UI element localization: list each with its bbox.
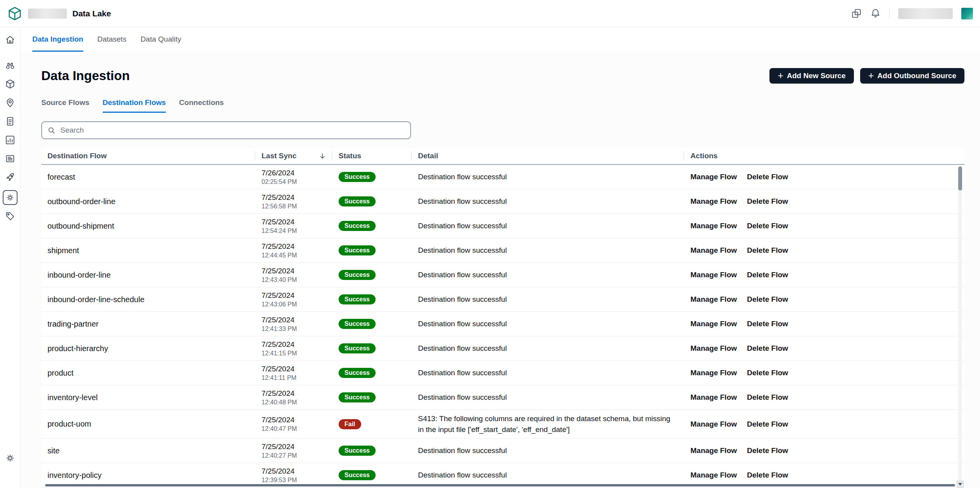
search-input[interactable] [60, 126, 405, 135]
detail-text: Destination flow successful [412, 466, 684, 484]
document-icon[interactable] [4, 115, 16, 127]
bell-icon[interactable] [870, 8, 881, 19]
add-outbound-source-button[interactable]: + Add Outbound Source [860, 68, 964, 84]
sync-time: 12:56:58 PM [262, 203, 326, 210]
detail-text: Destination flow successful [412, 266, 684, 284]
vertical-scrollbar-thumb[interactable] [958, 166, 962, 191]
delete-flow-link[interactable]: Delete Flow [747, 271, 788, 279]
status-badge: Success [339, 470, 376, 480]
manage-flow-link[interactable]: Manage Flow [690, 344, 737, 353]
delete-flow-link[interactable]: Delete Flow [747, 446, 788, 455]
delete-flow-link[interactable]: Delete Flow [747, 246, 788, 255]
map-pin-icon[interactable] [4, 97, 16, 108]
manage-flow-link[interactable]: Manage Flow [690, 246, 737, 255]
tag-icon[interactable] [4, 210, 16, 222]
news-icon[interactable] [4, 153, 16, 164]
manage-flow-link[interactable]: Manage Flow [690, 197, 737, 206]
tab-source-flows[interactable]: Source Flows [41, 98, 90, 113]
manage-flow-link[interactable]: Manage Flow [690, 369, 737, 377]
delete-flow-link[interactable]: Delete Flow [747, 320, 788, 328]
sync-date: 7/25/2024 [262, 416, 326, 424]
table-row: inventory-level 7/25/2024 12:40:48 PM Su… [41, 385, 964, 410]
table-row: shipment 7/25/2024 12:44:45 PM Success D… [41, 238, 964, 263]
status-badge: Fail [339, 419, 361, 429]
header-buttons: + Add New Source + Add Outbound Source [769, 68, 964, 84]
add-new-source-button[interactable]: + Add New Source [769, 68, 854, 84]
user-avatar[interactable] [961, 8, 973, 19]
manage-flow-link[interactable]: Manage Flow [690, 271, 737, 279]
chart-icon[interactable] [4, 134, 16, 146]
status-badge: Success [339, 245, 376, 255]
delete-flow-link[interactable]: Delete Flow [747, 295, 788, 304]
flow-name: inventory-level [47, 393, 98, 402]
table-row: inbound-order-line-schedule 7/25/2024 12… [41, 287, 964, 312]
top-tab-bar: Data Ingestion Datasets Data Quality [21, 28, 980, 52]
home-icon[interactable] [4, 34, 16, 45]
col-detail: Detail [412, 148, 684, 164]
sync-time: 12:40:48 PM [262, 399, 326, 406]
rocket-icon[interactable] [4, 171, 16, 183]
detail-text: Destination flow successful [412, 339, 684, 357]
binoculars-icon[interactable] [4, 59, 16, 71]
delete-flow-link[interactable]: Delete Flow [747, 369, 788, 377]
settings-gear-icon[interactable] [4, 452, 16, 464]
scroll-down-button[interactable] [957, 481, 964, 488]
status-badge: Success [339, 392, 376, 402]
manage-flow-link[interactable]: Manage Flow [690, 393, 737, 402]
sync-date: 7/25/2024 [262, 291, 326, 300]
sync-time: 12:44:45 PM [262, 252, 326, 259]
table-row: product 7/25/2024 12:41:11 PM Success De… [41, 361, 964, 385]
manage-flow-link[interactable]: Manage Flow [690, 320, 737, 328]
manage-flow-link[interactable]: Manage Flow [690, 420, 737, 429]
status-badge: Success [339, 319, 376, 329]
tab-connections[interactable]: Connections [179, 98, 224, 113]
status-badge: Success [339, 196, 376, 206]
manage-flow-link[interactable]: Manage Flow [690, 471, 737, 479]
flow-tabs: Source Flows Destination Flows Connectio… [41, 98, 964, 113]
tab-data-quality[interactable]: Data Quality [141, 28, 181, 52]
flow-name: outbound-order-line [47, 197, 116, 206]
status-badge: Success [339, 343, 376, 353]
app-logo-cube-icon [7, 6, 23, 21]
sync-time: 12:41:11 PM [262, 374, 326, 381]
sync-time: 12:41:33 PM [262, 325, 326, 332]
flow-name: inbound-order-line-schedule [47, 295, 144, 304]
tab-datasets[interactable]: Datasets [97, 28, 126, 52]
copy-windows-icon[interactable] [851, 8, 862, 19]
tab-destination-flows[interactable]: Destination Flows [103, 98, 166, 113]
flow-name: shipment [47, 246, 79, 255]
sidebar-item-data-ingestion-active[interactable] [3, 190, 18, 205]
vertical-scrollbar[interactable] [958, 166, 962, 481]
delete-flow-link[interactable]: Delete Flow [747, 393, 788, 402]
manage-flow-link[interactable]: Manage Flow [690, 295, 737, 304]
sync-time: 12:54:24 PM [262, 227, 326, 234]
delete-flow-link[interactable]: Delete Flow [747, 197, 788, 206]
delete-flow-link[interactable]: Delete Flow [747, 222, 788, 230]
detail-text: Destination flow successful [412, 364, 684, 382]
horizontal-scrollbar-thumb[interactable] [45, 484, 955, 486]
topbar-right [851, 8, 973, 19]
package-icon[interactable] [4, 78, 16, 90]
tab-data-ingestion[interactable]: Data Ingestion [32, 28, 83, 52]
triangle-down-icon [958, 483, 962, 486]
sync-date: 7/25/2024 [262, 365, 326, 373]
flow-name: site [47, 446, 60, 455]
manage-flow-link[interactable]: Manage Flow [690, 222, 737, 230]
flow-name: forecast [47, 173, 75, 181]
flow-name: product-hierarchy [47, 344, 108, 353]
sync-time: 12:40:47 PM [262, 425, 326, 432]
delete-flow-link[interactable]: Delete Flow [747, 420, 788, 429]
delete-flow-link[interactable]: Delete Flow [747, 471, 788, 479]
sync-time: 12:43:40 PM [262, 276, 326, 283]
delete-flow-link[interactable]: Delete Flow [747, 344, 788, 353]
col-last-sync[interactable]: Last Sync [255, 148, 332, 164]
manage-flow-link[interactable]: Manage Flow [690, 173, 737, 181]
sort-descending-icon[interactable] [319, 152, 326, 160]
delete-flow-link[interactable]: Delete Flow [747, 173, 788, 181]
redacted-workspace-name [28, 9, 67, 19]
page-title: Data Ingestion [41, 68, 130, 83]
flow-name: product [47, 369, 74, 377]
search-icon [47, 126, 56, 135]
manage-flow-link[interactable]: Manage Flow [690, 446, 737, 455]
sync-date: 7/25/2024 [262, 389, 326, 398]
